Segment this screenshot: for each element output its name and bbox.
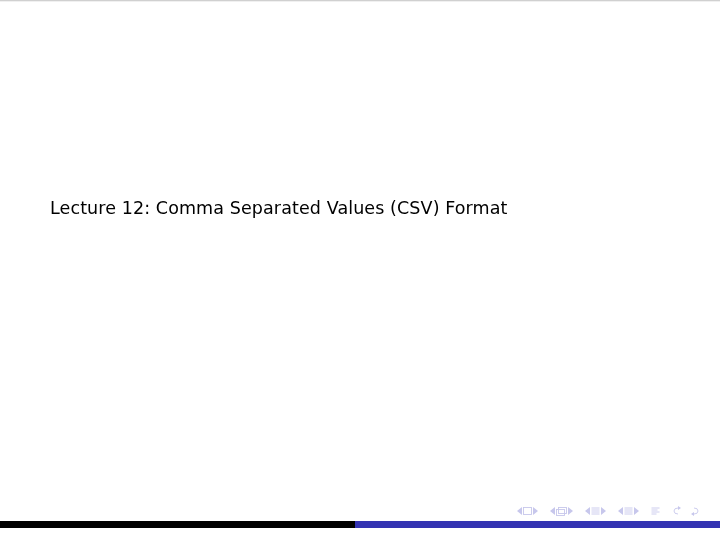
subsection-icon — [624, 507, 633, 516]
svg-marker-18 — [634, 507, 639, 515]
triangle-right-icon — [634, 507, 639, 515]
svg-rect-4 — [557, 509, 565, 515]
beamer-nav — [517, 504, 700, 518]
footer-strip — [0, 521, 720, 528]
nav-section-group[interactable] — [585, 507, 606, 516]
triangle-right-icon — [533, 507, 538, 515]
nav-backforward-group[interactable] — [672, 506, 700, 516]
triangle-left-icon — [585, 507, 590, 515]
svg-marker-12 — [601, 507, 606, 515]
appendix-icon — [651, 507, 660, 516]
slide-title: Lecture 12: Comma Separated Values (CSV)… — [50, 198, 508, 218]
section-icon — [591, 507, 600, 516]
nav-appendix-group[interactable] — [651, 507, 660, 516]
svg-marker-6 — [568, 507, 573, 515]
triangle-right-icon — [601, 507, 606, 515]
svg-rect-5 — [559, 507, 567, 513]
slide-icon — [523, 507, 532, 515]
svg-marker-13 — [618, 507, 623, 515]
svg-marker-23 — [678, 506, 681, 510]
svg-rect-1 — [524, 508, 532, 515]
svg-marker-2 — [533, 507, 538, 515]
undo-redo-icon — [672, 506, 700, 516]
svg-marker-0 — [517, 507, 522, 515]
svg-marker-3 — [550, 507, 555, 515]
svg-marker-7 — [585, 507, 590, 515]
top-rule — [0, 0, 720, 2]
triangle-right-icon — [568, 507, 573, 515]
footer-right — [355, 521, 720, 528]
triangle-left-icon — [550, 507, 555, 515]
nav-slide-group[interactable] — [517, 507, 538, 515]
slide-page: Lecture 12: Comma Separated Values (CSV)… — [0, 0, 720, 541]
nav-subsection-group[interactable] — [618, 507, 639, 516]
frame-icon — [556, 507, 567, 516]
svg-marker-24 — [691, 512, 694, 516]
footer-left — [0, 521, 355, 528]
nav-frame-group[interactable] — [550, 507, 573, 516]
triangle-left-icon — [618, 507, 623, 515]
triangle-left-icon — [517, 507, 522, 515]
